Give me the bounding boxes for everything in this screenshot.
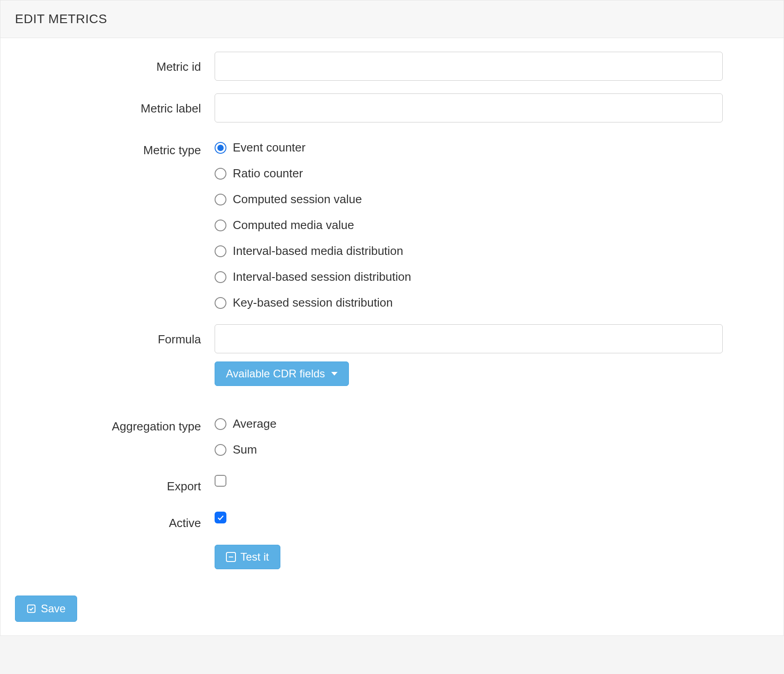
metric-id-input[interactable]	[215, 52, 723, 81]
active-checkbox[interactable]	[215, 512, 723, 523]
radio-sum[interactable]: Sum	[215, 441, 723, 459]
radio-interval-session-distribution[interactable]: Interval-based session distribution	[215, 268, 723, 286]
label-metric-label: Metric label	[15, 93, 215, 117]
metric-type-options: Event counter Ratio counter Computed ses…	[215, 135, 723, 312]
row-active: Active	[15, 508, 769, 532]
radio-icon	[215, 168, 226, 180]
radio-icon	[215, 220, 226, 231]
radio-event-counter[interactable]: Event counter	[215, 139, 723, 156]
radio-interval-media-distribution[interactable]: Interval-based media distribution	[215, 242, 723, 260]
radio-label: Average	[233, 415, 276, 433]
button-label: Save	[41, 602, 66, 615]
row-metric-type: Metric type Event counter Ratio counter …	[15, 135, 769, 312]
metric-label-input[interactable]	[215, 93, 723, 122]
save-button[interactable]: Save	[15, 596, 77, 622]
edit-metrics-panel: EDIT METRICS Metric id Metric label Metr…	[0, 0, 784, 636]
available-cdr-fields-button[interactable]: Available CDR fields	[215, 361, 349, 386]
button-label: Test it	[240, 552, 269, 562]
checkbox-icon	[215, 475, 226, 487]
panel-footer: Save	[0, 596, 784, 635]
caret-down-icon	[331, 372, 338, 376]
label-aggregation-type: Aggregation type	[15, 411, 215, 435]
svg-rect-0	[28, 605, 35, 613]
row-export: Export	[15, 471, 769, 495]
radio-label: Computed session value	[233, 190, 362, 208]
label-export: Export	[15, 471, 215, 495]
radio-label: Key-based session distribution	[233, 294, 393, 312]
radio-label: Sum	[233, 441, 257, 459]
row-formula: Formula Available CDR fields	[15, 324, 769, 386]
radio-computed-session-value[interactable]: Computed session value	[215, 190, 723, 208]
checkbox-icon	[215, 512, 226, 523]
test-it-button[interactable]: Test it	[215, 545, 280, 569]
radio-label: Interval-based media distribution	[233, 242, 403, 260]
row-metric-id: Metric id	[15, 52, 769, 81]
radio-icon	[215, 142, 226, 154]
row-test: Test it	[15, 545, 769, 569]
label-metric-id: Metric id	[15, 52, 215, 76]
export-checkbox[interactable]	[215, 475, 723, 487]
radio-average[interactable]: Average	[215, 415, 723, 433]
radio-icon	[215, 245, 226, 257]
radio-icon	[215, 418, 226, 430]
button-label: Available CDR fields	[226, 368, 325, 379]
label-active: Active	[15, 508, 215, 532]
radio-label: Computed media value	[233, 216, 354, 234]
check-square-icon	[26, 604, 36, 614]
aggregation-type-options: Average Sum	[215, 411, 723, 459]
radio-label: Interval-based session distribution	[233, 268, 411, 286]
row-aggregation-type: Aggregation type Average Sum	[15, 411, 769, 459]
radio-icon	[215, 297, 226, 309]
radio-label: Ratio counter	[233, 165, 303, 182]
radio-computed-media-value[interactable]: Computed media value	[215, 216, 723, 234]
panel-body: Metric id Metric label Metric type Event…	[0, 38, 784, 596]
radio-icon	[215, 194, 226, 205]
radio-label: Event counter	[233, 139, 305, 156]
formula-input[interactable]	[215, 324, 723, 353]
radio-key-session-distribution[interactable]: Key-based session distribution	[215, 294, 723, 312]
panel-title: EDIT METRICS	[0, 0, 784, 38]
radio-icon	[215, 271, 226, 283]
radio-icon	[215, 444, 226, 456]
test-icon	[226, 552, 236, 562]
label-formula: Formula	[15, 324, 215, 348]
radio-ratio-counter[interactable]: Ratio counter	[215, 165, 723, 182]
label-empty	[15, 545, 215, 551]
row-metric-label: Metric label	[15, 93, 769, 122]
label-metric-type: Metric type	[15, 135, 215, 159]
